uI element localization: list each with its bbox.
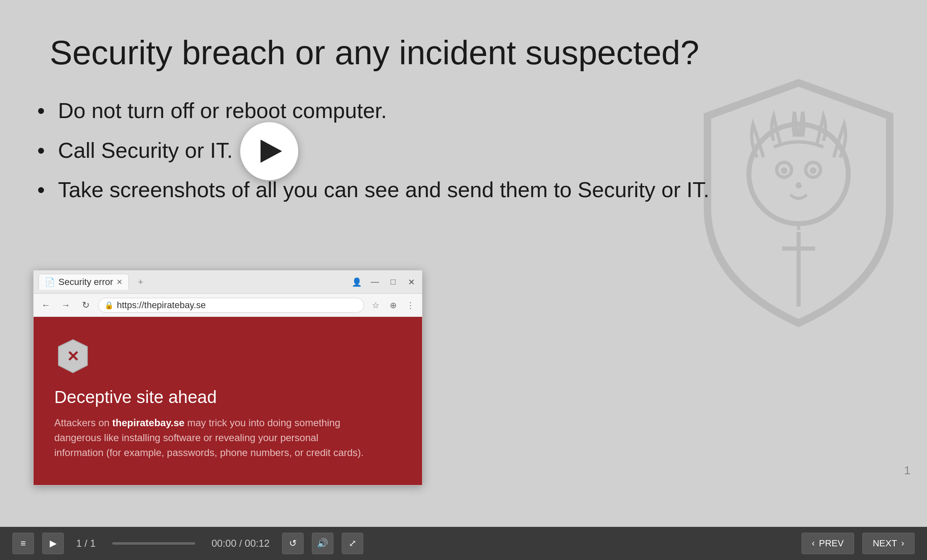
more-menu-icon[interactable]: ⋮ (404, 299, 417, 312)
tab-close-button[interactable]: ✕ (116, 278, 123, 287)
reload-icon: ↺ (289, 538, 297, 549)
play-triangle-icon (261, 140, 282, 163)
minimize-button[interactable]: — (369, 276, 381, 288)
bullet-item-2: Call Security or IT. (50, 137, 877, 165)
browser-tab[interactable]: 📄 Security error ✕ (39, 274, 129, 290)
toolbar-icons: ☆ ⊕ ⋮ (369, 299, 417, 312)
tab-title: Security error (58, 277, 113, 287)
window-user-icon[interactable]: 👤 (351, 276, 362, 288)
expand-icon: ⤢ (349, 538, 356, 549)
slide-area: Security breach or any incident suspecte… (0, 0, 927, 527)
extensions-icon[interactable]: ⊕ (386, 299, 400, 312)
address-bar[interactable]: 🔒 https://thepiratebay.se (98, 298, 364, 313)
next-label: NEXT (873, 538, 897, 549)
play-icon: ▶ (50, 538, 57, 549)
progress-bar-container[interactable] (112, 542, 195, 545)
forward-button[interactable]: → (58, 298, 73, 313)
play-button-overlay[interactable] (240, 122, 298, 180)
window-controls: 👤 — □ ✕ (351, 276, 417, 288)
play-pause-button[interactable]: ▶ (42, 533, 64, 554)
bookmark-icon[interactable]: ☆ (369, 299, 382, 312)
volume-icon: 🔊 (317, 538, 328, 549)
warning-text: Attackers on thepiratebay.se may trick y… (54, 415, 365, 460)
total-time: 00:12 (245, 538, 270, 549)
svg-text:✕: ✕ (67, 348, 79, 365)
bottom-toolbar: ≡ ▶ 1 / 1 00:00 / 00:12 ↺ 🔊 ⤢ ‹ PREV NEX… (0, 527, 927, 560)
address-lock-icon: 🔒 (104, 301, 113, 310)
maximize-button[interactable]: □ (387, 276, 399, 288)
close-button[interactable]: ✕ (406, 276, 417, 288)
new-tab-button[interactable]: + (132, 274, 149, 290)
warning-text-prefix: Attackers on (54, 417, 112, 428)
time-display: 00:00 / 00:12 (212, 538, 270, 549)
chevron-right-icon: › (901, 538, 904, 549)
total-slides: 1 (90, 538, 95, 549)
next-button[interactable]: NEXT › (862, 533, 915, 554)
current-time: 00:00 (212, 538, 237, 549)
volume-button[interactable]: 🔊 (312, 533, 333, 554)
page-number: 1 (904, 464, 910, 477)
bullet-list: Do not turn off or reboot computer. Call… (50, 97, 877, 204)
prev-label: PREV (819, 538, 844, 549)
slide-counter: 1 / 1 (76, 538, 96, 549)
browser-warning-content: ✕ Deceptive site ahead Attackers on thep… (34, 317, 422, 485)
browser-toolbar: ← → ↻ 🔒 https://thepiratebay.se ☆ ⊕ ⋮ (34, 294, 422, 317)
slide-separator: / (84, 538, 90, 549)
menu-icon: ≡ (21, 538, 26, 549)
expand-button[interactable]: ⤢ (342, 533, 363, 554)
bullet-item-1: Do not turn off or reboot computer. (50, 97, 877, 125)
slide-title: Security breach or any incident suspecte… (50, 33, 877, 72)
menu-button[interactable]: ≡ (12, 533, 34, 554)
current-slide: 1 (76, 538, 82, 549)
tab-page-icon: 📄 (45, 277, 55, 287)
browser-titlebar: 📄 Security error ✕ + 👤 — □ ✕ (34, 270, 422, 294)
chevron-left-icon: ‹ (812, 538, 815, 549)
address-text: https://thepiratebay.se (117, 300, 206, 311)
prev-button[interactable]: ‹ PREV (801, 533, 854, 554)
time-separator: / (239, 538, 244, 549)
warning-title: Deceptive site ahead (54, 387, 401, 407)
bullet-item-3: Take screenshots of all you can see and … (50, 176, 877, 204)
warning-domain: thepiratebay.se (112, 417, 184, 428)
back-button[interactable]: ← (39, 298, 53, 313)
slide-content: Security breach or any incident suspecte… (50, 33, 877, 225)
refresh-button[interactable]: ↻ (78, 298, 93, 313)
reload-button[interactable]: ↺ (282, 533, 304, 554)
warning-hex-icon: ✕ (54, 338, 92, 375)
browser-mockup: 📄 Security error ✕ + 👤 — □ ✕ ← → ↻ 🔒 htt… (33, 270, 422, 485)
